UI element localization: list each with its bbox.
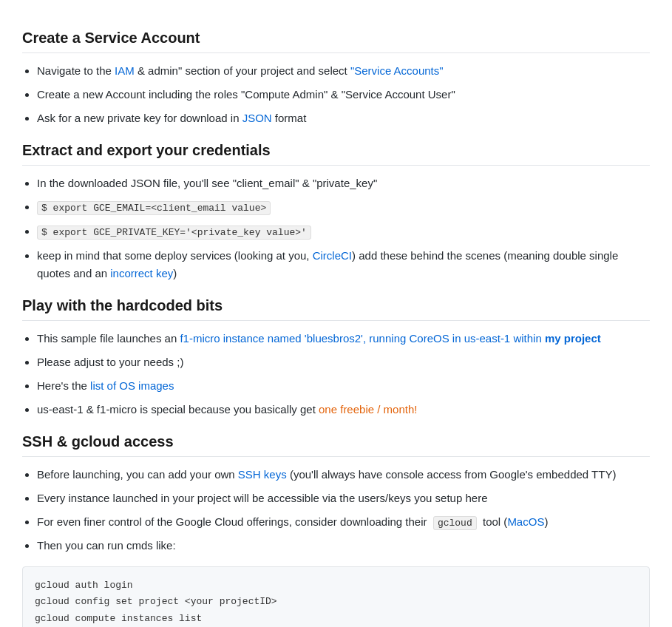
list-item: In the downloaded JSON file, you'll see … xyxy=(37,174,650,192)
list-item: $ export GCE_PRIVATE_KEY='<private_key v… xyxy=(37,223,650,241)
list-ssh-gcloud: Before launching, you can add your own S… xyxy=(37,466,650,555)
json-link[interactable]: JSON xyxy=(242,112,272,124)
circleci-link[interactable]: CircleCI xyxy=(313,249,352,262)
instance-link[interactable]: f1-micro instance named 'bluesbros2', ru… xyxy=(180,332,544,345)
heading-extract-export: Extract and export your credentials xyxy=(22,142,650,166)
list-item-adjust: Please adjust to your needs ;) xyxy=(37,353,650,371)
list-item: Then you can run cmds like: xyxy=(37,537,650,555)
list-item: $ export GCE_EMAIL=<client_email value> xyxy=(37,198,650,217)
section-extract-export: Extract and export your credentials In t… xyxy=(22,142,650,282)
code-export-key: $ export GCE_PRIVATE_KEY='<private_key v… xyxy=(37,226,311,240)
macos-link[interactable]: MacOS xyxy=(507,515,544,528)
gcloud-commands-block: gcloud auth login gcloud config set proj… xyxy=(22,566,650,627)
list-item: keep in mind that some deploy services (… xyxy=(37,247,650,282)
list-create-service-account: Navigate to the IAM & admin" section of … xyxy=(37,62,650,127)
list-item: This sample file launches an f1-micro in… xyxy=(37,330,650,348)
section-ssh-gcloud: SSH & gcloud access Before launching, yo… xyxy=(22,433,650,627)
heading-create-service-account: Create a Service Account xyxy=(22,30,650,53)
heading-play-hardcoded: Play with the hardcoded bits xyxy=(22,297,650,321)
ssh-keys-link[interactable]: SSH keys xyxy=(238,468,287,481)
gcloud-line-3: gcloud compute instances list xyxy=(35,613,202,624)
gcloud-line-1: gcloud auth login xyxy=(35,580,133,591)
list-item: Every instance launched in your project … xyxy=(37,489,650,507)
page-content: Create a Service Account Navigate to the… xyxy=(22,30,650,627)
section-create-service-account: Create a Service Account Navigate to the… xyxy=(22,30,650,127)
os-images-link[interactable]: list of OS images xyxy=(90,379,174,392)
list-item: Navigate to the IAM & admin" section of … xyxy=(37,62,650,80)
gcloud-line-2: gcloud config set project <your projectI… xyxy=(35,596,277,607)
list-item: Here's the list of OS images xyxy=(37,377,650,395)
list-item: Ask for a new private key for download i… xyxy=(37,109,650,127)
code-export-email: $ export GCE_EMAIL=<client_email value> xyxy=(37,201,271,215)
list-extract-export: In the downloaded JSON file, you'll see … xyxy=(37,174,650,282)
list-item: For even finer control of the Google Clo… xyxy=(37,513,650,532)
section-play-hardcoded: Play with the hardcoded bits This sample… xyxy=(22,297,650,418)
incorrect-key-link[interactable]: incorrect key xyxy=(110,267,173,279)
list-play-hardcoded: This sample file launches an f1-micro in… xyxy=(37,330,650,418)
list-item: Before launching, you can add your own S… xyxy=(37,466,650,484)
list-item: us-east-1 & f1-micro is special because … xyxy=(37,401,650,418)
freebie-link[interactable]: one freebie / month! xyxy=(319,403,417,416)
list-item: Create a new Account including the roles… xyxy=(37,86,650,104)
iam-link[interactable]: IAM xyxy=(115,64,135,77)
service-accounts-link[interactable]: "Service Accounts" xyxy=(350,64,444,77)
gcloud-code: gcloud xyxy=(433,516,477,530)
heading-ssh-gcloud: SSH & gcloud access xyxy=(22,433,650,457)
my-project-link[interactable]: my project xyxy=(545,332,601,345)
